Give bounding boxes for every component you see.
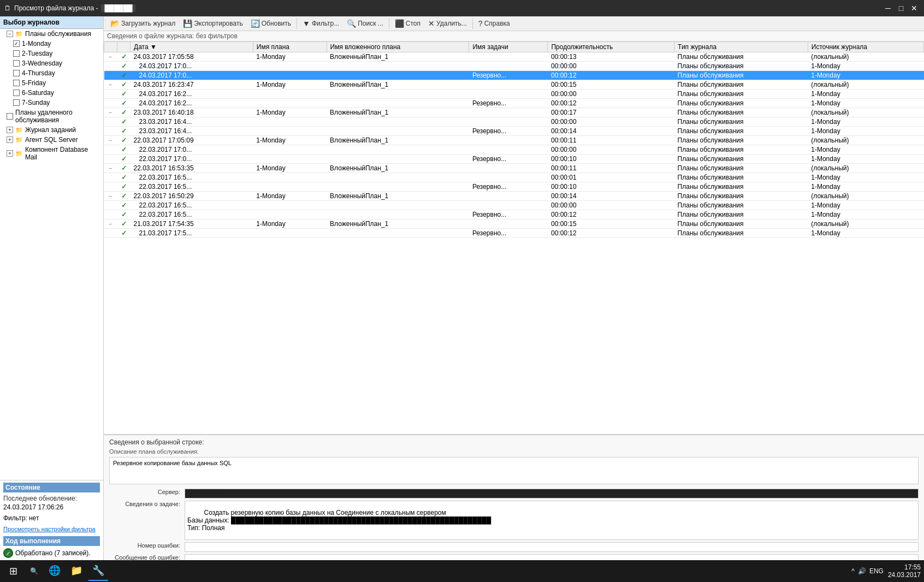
- table-row[interactable]: ✓ 22.03.2017 17:0... 00:00:00 Планы обсл…: [104, 145, 924, 155]
- filter-settings-link[interactable]: Просмотреть настройки фильтра: [3, 526, 96, 532]
- source-cell: (локальный): [808, 164, 923, 173]
- taskbar-ssms-button[interactable]: 🔧: [88, 561, 108, 581]
- tree-item-thursday[interactable]: 4-Thursday: [0, 68, 103, 78]
- date-cell: 22.03.2017 16:5...: [131, 201, 253, 210]
- table-row[interactable]: ✓ 22.03.2017 16:5... Резервно... 00:00:1…: [104, 210, 924, 219]
- table-row[interactable]: ✓ 24.03.2017 17:0... Резервно... 00:00:1…: [104, 71, 924, 80]
- logtype-cell: Планы обслуживания: [674, 210, 808, 219]
- col-task[interactable]: Имя задачи: [469, 42, 548, 52]
- checkbox-monday[interactable]: [13, 40, 20, 47]
- table-row[interactable]: ✓ 23.03.2017 16:4... Резервно... 00:00:1…: [104, 127, 924, 136]
- search-taskbar-button[interactable]: 🔍: [25, 562, 43, 580]
- table-row[interactable]: ✓ 24.03.2017 16:2... Резервно... 00:00:1…: [104, 99, 924, 108]
- table-row[interactable]: − ✓ 21.03.2017 17:54:35 1-Monday Вложенн…: [104, 219, 924, 229]
- plan-cell: [253, 173, 327, 182]
- expand-cell: [104, 62, 117, 71]
- logtype-cell: Планы обслуживания: [674, 71, 808, 80]
- date-cell: 21.03.2017 17:54:35: [131, 219, 253, 229]
- load-log-button[interactable]: 📂 Загрузить журнал: [107, 18, 179, 29]
- checkbox-remote[interactable]: [7, 113, 13, 120]
- log-table-area[interactable]: Дата ▼ Имя плана Имя вложенного плана Им…: [104, 41, 924, 435]
- col-plan[interactable]: Имя плана: [253, 42, 327, 52]
- check-cell: ✓: [117, 229, 131, 238]
- col-duration[interactable]: Продолжительность: [548, 42, 674, 52]
- taskbar-explorer-button[interactable]: 🌐: [45, 561, 64, 581]
- taskbar-files-button[interactable]: 📁: [67, 561, 86, 581]
- source-cell: 1-Monday: [808, 90, 923, 99]
- tree-item-saturday[interactable]: 6-Saturday: [0, 88, 103, 98]
- date-cell: 22.03.2017 16:50:29: [131, 192, 253, 201]
- date-cell: 24.03.2017 16:2...: [131, 90, 253, 99]
- checkbox-sunday[interactable]: [13, 99, 20, 106]
- minimize-button[interactable]: ─: [882, 3, 893, 14]
- col-logtype[interactable]: Тип журнала: [674, 42, 808, 52]
- search-button[interactable]: 🔍 Поиск ...: [343, 18, 387, 29]
- export-button[interactable]: 💾 Экспортировать: [180, 18, 246, 29]
- table-row[interactable]: − ✓ 23.03.2017 16:40:18 1-Monday Вложенн…: [104, 108, 924, 117]
- duration-cell: 00:00:12: [548, 71, 674, 80]
- tray-chevron: ^: [851, 567, 855, 575]
- checkbox-saturday[interactable]: [13, 90, 20, 96]
- tree-item-jobs[interactable]: + 📁 Журнал заданий: [0, 125, 103, 135]
- duration-cell: 00:00:00: [548, 117, 674, 127]
- subplan-cell: [327, 201, 469, 210]
- col-source[interactable]: Источник журнала: [808, 42, 923, 52]
- filter-button[interactable]: ▼ Фильтр...: [299, 18, 342, 29]
- table-row[interactable]: − ✓ 24.03.2017 16:23:47 1-Monday Вложенн…: [104, 80, 924, 90]
- task-cell: [469, 173, 548, 182]
- table-row[interactable]: ✓ 22.03.2017 17:0... Резервно... 00:00:1…: [104, 155, 924, 164]
- duration-cell: 00:00:10: [548, 182, 674, 192]
- delete-button[interactable]: ✕ Удалить...: [425, 18, 470, 29]
- table-row[interactable]: − ✓ 22.03.2017 16:50:29 1-Monday Вложенн…: [104, 192, 924, 201]
- date-cell: 22.03.2017 16:5...: [131, 182, 253, 192]
- table-row[interactable]: ✓ 21.03.2017 17:5... Резервно... 00:00:1…: [104, 229, 924, 238]
- table-row[interactable]: ✓ 22.03.2017 16:5... 00:00:00 Планы обсл…: [104, 201, 924, 210]
- start-button[interactable]: ⊞: [3, 561, 23, 581]
- tree-item-remote[interactable]: Планы удаленного обслуживания: [0, 108, 103, 125]
- tree-item-tuesday[interactable]: 2-Tuesday: [0, 49, 103, 58]
- tree-item-monday[interactable]: 1-Monday: [0, 39, 103, 49]
- table-row[interactable]: ✓ 22.03.2017 16:5... 00:00:01 Планы обсл…: [104, 173, 924, 182]
- col-subplan[interactable]: Имя вложенного плана: [327, 42, 469, 52]
- expand-cell: [104, 155, 117, 164]
- refresh-button[interactable]: 🔄 Обновить: [247, 18, 294, 29]
- tree-item-wednesday[interactable]: 3-Wednesday: [0, 58, 103, 68]
- checkbox-friday[interactable]: [13, 80, 20, 86]
- stop-button[interactable]: ⬛ Стоп: [392, 18, 424, 29]
- tree-item-maintenance[interactable]: − 📁 Планы обслуживания: [0, 29, 103, 39]
- table-row[interactable]: − ✓ 22.03.2017 16:53:35 1-Monday Вложенн…: [104, 164, 924, 173]
- close-button[interactable]: ✕: [909, 3, 920, 14]
- tree-item-sunday[interactable]: 7-Sunday: [0, 98, 103, 108]
- status-header: Состояние: [3, 483, 100, 492]
- tree-item-dbmail[interactable]: + 📁 Компонент Database Mail: [0, 145, 103, 162]
- expand-maintenance[interactable]: −: [7, 31, 13, 37]
- status-item: Последнее обновление: 24.03.2017 17:06:2…: [3, 495, 100, 511]
- toolbar-sep-3: [472, 18, 473, 29]
- tree-item-sqlagent[interactable]: + 📁 Агент SQL Server: [0, 135, 103, 145]
- table-row[interactable]: ✓ 22.03.2017 16:5... Резервно... 00:00:1…: [104, 182, 924, 192]
- checkbox-thursday[interactable]: [13, 70, 20, 76]
- check-cell: ✓: [117, 155, 131, 164]
- expand-dbmail[interactable]: +: [7, 150, 13, 157]
- plan-cell: 1-Monday: [253, 219, 327, 229]
- table-row[interactable]: ✓ 23.03.2017 16:4... 00:00:00 Планы обсл…: [104, 117, 924, 127]
- taskbar-date-value: 24.03.2017: [888, 571, 921, 579]
- help-button[interactable]: ? Справка: [475, 18, 513, 29]
- tree-label-maintenance: Планы обслуживания: [25, 30, 91, 38]
- files-icon: 📁: [70, 565, 82, 577]
- delete-label: Удалить...: [436, 20, 467, 27]
- table-row[interactable]: − ✓ 22.03.2017 17:05:09 1-Monday Вложенн…: [104, 136, 924, 145]
- tree-item-friday[interactable]: 5-Friday: [0, 78, 103, 88]
- search-label: Поиск ...: [358, 20, 383, 27]
- expand-sqlagent[interactable]: +: [7, 136, 13, 143]
- table-row[interactable]: ✓ 24.03.2017 17:0... 00:00:00 Планы обсл…: [104, 62, 924, 71]
- checkbox-wednesday[interactable]: [13, 60, 20, 67]
- expand-jobs[interactable]: +: [7, 127, 13, 133]
- table-row[interactable]: ✓ 24.03.2017 16:2... 00:00:00 Планы обсл…: [104, 90, 924, 99]
- expand-cell: −: [104, 52, 117, 62]
- checkbox-tuesday[interactable]: [13, 50, 20, 57]
- col-date[interactable]: Дата ▼: [131, 42, 253, 52]
- plan-cell: [253, 117, 327, 127]
- restore-button[interactable]: □: [896, 3, 907, 14]
- table-row[interactable]: − ✓ 24.03.2017 17:05:58 1-Monday Вложенн…: [104, 52, 924, 62]
